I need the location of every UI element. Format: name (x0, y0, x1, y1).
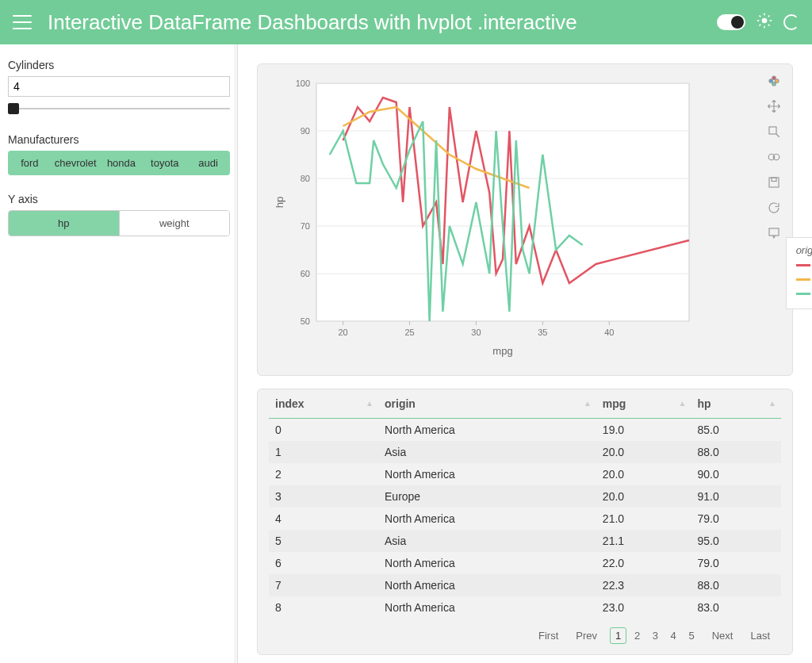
table-row: 5Asia21.195.0 (269, 530, 781, 552)
svg-text:80: 80 (301, 174, 310, 183)
svg-line-7 (760, 25, 761, 26)
save-icon[interactable] (765, 174, 783, 191)
pagination: First Prev 1 2 3 4 5 Next Last (269, 619, 781, 643)
cylinders-input[interactable] (8, 76, 230, 97)
svg-line-3 (760, 16, 761, 17)
svg-text:100: 100 (296, 79, 310, 88)
cell-mpg: 21.0 (596, 508, 691, 530)
cell-index: 0 (269, 419, 378, 442)
cell-origin: North America (378, 508, 596, 530)
pager-page-1[interactable]: 1 (610, 627, 626, 644)
yaxis-label: Y axis (8, 193, 229, 205)
svg-point-35 (776, 79, 779, 83)
legend-title: origin (796, 244, 812, 256)
svg-rect-43 (772, 178, 776, 182)
svg-line-4 (768, 25, 770, 26)
pager-page-4[interactable]: 4 (666, 628, 681, 643)
cell-mpg: 23.0 (596, 596, 691, 619)
hover-icon[interactable] (765, 224, 783, 242)
cell-mpg: 20.0 (596, 441, 691, 463)
pager-next[interactable]: Next (707, 628, 738, 643)
cell-hp: 79.0 (691, 508, 781, 530)
cell-index: 6 (269, 552, 378, 574)
pager-prev[interactable]: Prev (571, 628, 602, 643)
cell-mpg: 20.0 (596, 485, 691, 508)
cell-hp: 88.0 (691, 574, 781, 596)
svg-point-37 (769, 79, 773, 83)
svg-text:70: 70 (301, 221, 310, 231)
svg-rect-42 (769, 178, 779, 187)
pager-last[interactable]: Last (745, 628, 775, 643)
column-header-index[interactable]: index▲ (269, 389, 378, 419)
pan-icon[interactable] (765, 98, 783, 115)
line-chart[interactable]: 50607080901002025303540mpghp (269, 75, 697, 361)
cell-index: 3 (269, 485, 378, 508)
cell-origin: Asia (378, 441, 596, 463)
svg-text:50: 50 (301, 316, 310, 326)
cell-hp: 90.0 (691, 463, 781, 485)
reset-icon[interactable] (765, 199, 783, 217)
cell-index: 5 (269, 530, 378, 552)
wheel-zoom-icon[interactable] (765, 148, 783, 166)
column-header-hp[interactable]: hp▲ (691, 389, 781, 419)
theme-toggle[interactable] (717, 14, 745, 30)
cell-origin: North America (378, 463, 596, 485)
svg-line-8 (768, 16, 770, 17)
cell-mpg: 22.0 (596, 552, 691, 574)
cell-origin: North America (378, 419, 596, 442)
sun-icon[interactable] (756, 13, 772, 32)
column-header-mpg[interactable]: mpg▲ (596, 389, 691, 419)
cell-hp: 91.0 (691, 485, 781, 508)
table-row: 0North America19.085.0 (269, 419, 781, 442)
cell-hp: 95.0 (691, 530, 781, 552)
pager-first[interactable]: First (534, 628, 563, 643)
cylinders-slider[interactable] (8, 102, 230, 116)
svg-text:hp: hp (274, 197, 285, 208)
manufacturer-option-ford[interactable]: ford (8, 151, 52, 175)
chart-panel: 50607080901002025303540mpghp origin Asia… (257, 63, 793, 376)
svg-text:35: 35 (538, 328, 547, 337)
yaxis-group: hpweight (8, 210, 230, 236)
pager-page-2[interactable]: 2 (630, 628, 645, 643)
app-title: Interactive DataFrame Dashboards with hv… (48, 10, 717, 35)
chart-toolbar (765, 72, 783, 242)
box-zoom-icon[interactable] (765, 123, 783, 140)
cylinders-label: Cylinders (8, 59, 229, 71)
cell-hp: 83.0 (691, 596, 781, 619)
column-header-origin[interactable]: origin▲ (378, 389, 596, 419)
manufacturer-option-honda[interactable]: honda (100, 151, 144, 175)
manufacturers-label: Manufacturers (8, 133, 229, 146)
data-table: index▲origin▲mpg▲hp▲ 0North America19.08… (269, 389, 781, 619)
legend-item-north-america[interactable]: North America (796, 288, 812, 300)
cell-mpg: 19.0 (596, 419, 691, 442)
menu-icon[interactable] (13, 15, 32, 29)
cell-hp: 79.0 (691, 552, 781, 574)
bokeh-logo-icon[interactable] (765, 72, 783, 90)
cell-index: 8 (269, 596, 378, 619)
svg-text:mpg: mpg (492, 345, 512, 357)
manufacturers-group: fordchevrolethondatoyotaaudi (8, 151, 230, 175)
manufacturer-option-chevrolet[interactable]: chevrolet (52, 151, 100, 175)
svg-text:40: 40 (604, 328, 614, 337)
table-row: 3Europe20.091.0 (269, 485, 781, 508)
table-row: 4North America21.079.0 (269, 508, 781, 530)
svg-rect-9 (316, 83, 689, 321)
svg-text:30: 30 (471, 328, 481, 337)
manufacturer-option-toyota[interactable]: toyota (143, 151, 186, 175)
svg-line-39 (776, 134, 779, 137)
svg-text:25: 25 (404, 328, 414, 337)
table-row: 1Asia20.088.0 (269, 441, 781, 463)
manufacturer-option-audi[interactable]: audi (186, 151, 230, 175)
sidebar: Cylinders Manufacturers fordchevrolethon… (0, 44, 238, 663)
svg-text:20: 20 (338, 328, 347, 337)
yaxis-option-hp[interactable]: hp (9, 211, 119, 236)
yaxis-option-weight[interactable]: weight (119, 211, 230, 236)
cell-origin: North America (378, 596, 596, 619)
pager-page-3[interactable]: 3 (648, 628, 663, 643)
cell-index: 1 (269, 441, 378, 463)
cell-origin: North America (378, 574, 596, 596)
legend-item-europe[interactable]: Europe (796, 274, 812, 286)
pager-page-5[interactable]: 5 (684, 628, 699, 643)
legend-item-asia[interactable]: Asia (796, 259, 812, 271)
table-row: 7North America22.388.0 (269, 574, 781, 596)
